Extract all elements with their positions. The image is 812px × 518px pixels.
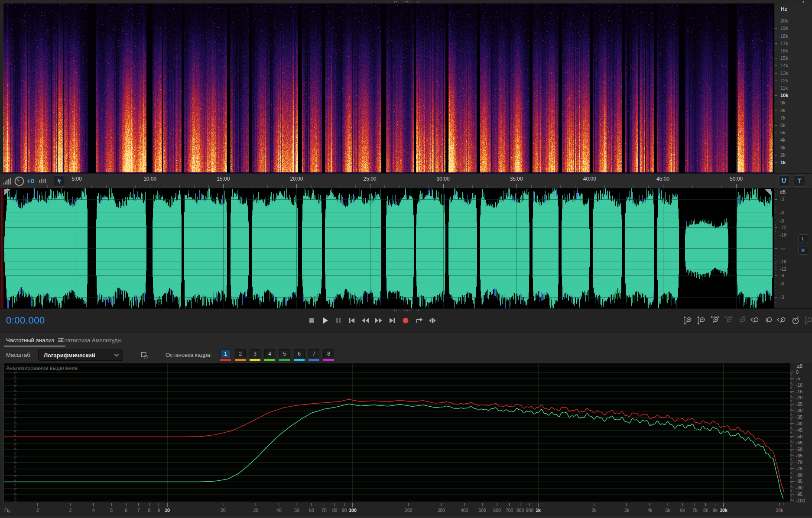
timeline-label: 45:00 — [653, 176, 672, 182]
hold-frame-button-1[interactable]: 1 — [220, 349, 231, 358]
zoom-in-vertical-button[interactable] — [682, 315, 694, 326]
timeline-tick — [238, 185, 238, 188]
db-ruler-label: -65 — [796, 453, 811, 458]
copy-graph-button[interactable] — [140, 350, 150, 360]
freq-axis-label: 4k — [640, 508, 659, 513]
plot-db-ruler[interactable]: дБ 0-5-10-15-20-25-30-35-40-45-50-55-60-… — [790, 363, 812, 503]
timeline-tick — [502, 185, 502, 188]
freq-ruler-label: 6k — [780, 123, 798, 128]
channel-button-l[interactable]: L — [798, 234, 808, 243]
skip-to-selection-button[interactable] — [427, 315, 438, 326]
hold-frame-button-4[interactable]: 4 — [264, 349, 275, 358]
ruler-tick — [775, 229, 776, 230]
record-button[interactable] — [400, 315, 411, 326]
zoom-to-selection-button[interactable] — [776, 315, 788, 326]
rewind-button[interactable] — [360, 315, 371, 326]
play-button[interactable] — [319, 315, 331, 326]
zoom-reset-button[interactable] — [736, 315, 747, 326]
amplitude-ruler-label: -6 — [780, 210, 795, 215]
db-ruler-label: -50 — [796, 434, 811, 439]
tab-frequency-analysis[interactable]: Частотный анализ — [6, 333, 64, 347]
hold-frame-color-swatch — [323, 359, 334, 361]
loop-playback-button[interactable] — [413, 315, 425, 326]
freq-ruler-label: 2k — [780, 152, 798, 158]
freq-ruler-label: 5k — [780, 130, 798, 135]
freq-ruler-label: 19k — [780, 26, 798, 31]
skip-to-end-button[interactable] — [387, 315, 398, 326]
frequency-analysis-plot[interactable]: Анализированое выделение — [3, 363, 790, 503]
hold-frame-button-8[interactable]: 8 — [323, 349, 334, 358]
freq-axis-label: 200 — [399, 508, 418, 513]
zoom-out-vertical-button[interactable] — [696, 315, 707, 326]
hold-frame-color-swatch — [235, 359, 246, 361]
ruler-tick — [775, 192, 776, 192]
scale-dropdown[interactable]: Логарифмический — [38, 350, 123, 361]
zoom-in-horizontal-button[interactable] — [709, 315, 721, 326]
ruler-tick — [775, 133, 777, 133]
ruler-tick — [775, 265, 776, 266]
channel-button-r[interactable]: R — [798, 246, 808, 255]
ruler-tick — [775, 197, 776, 197]
timeline-tick — [384, 185, 385, 188]
drag-handle-icon[interactable] — [393, 310, 419, 312]
drag-handle-icon[interactable] — [393, 0, 419, 3]
waveform-display[interactable] — [3, 188, 774, 308]
timeline-tick — [253, 185, 253, 188]
freq-ruler-label: 8k — [780, 108, 798, 113]
selection-handle-right[interactable] — [765, 189, 771, 195]
amplitude-ruler[interactable]: dB -3-6-9-12-18-∞-18-12-9-6-3LR — [775, 188, 812, 308]
amplitude-ruler-label: -3 — [780, 295, 795, 300]
hold-frame-button-3[interactable]: 3 — [250, 349, 260, 358]
gain-knob[interactable] — [14, 176, 25, 187]
db-ruler-label: -80 — [796, 473, 811, 478]
ruler-tick — [775, 274, 776, 274]
fast-forward-button[interactable] — [373, 315, 384, 326]
db-ruler-label: -85 — [796, 479, 811, 484]
spectrogram-frequency-ruler[interactable]: Hz 20k19k18k17k16k15k14k13k12k11k10k9k8k… — [775, 3, 812, 173]
snap-magnet-button[interactable] — [778, 175, 789, 187]
playhead-time-display[interactable]: 0:00.000 — [6, 315, 45, 326]
timeline-tick — [91, 185, 92, 188]
ruler-tick — [775, 233, 776, 233]
ruler-tick — [775, 252, 776, 252]
pause-button[interactable] — [333, 315, 344, 326]
timeline-tick — [208, 185, 209, 188]
zoom-out-horizontal-button[interactable] — [723, 315, 734, 326]
ruler-tick — [775, 206, 776, 207]
gain-value[interactable]: +0 — [27, 177, 34, 185]
ruler-tick — [775, 36, 777, 36]
freq-axis-label: 40 — [270, 508, 289, 513]
freq-axis-label: 10k — [714, 508, 733, 513]
ruler-tick — [775, 209, 776, 210]
panel-menu-caret-icon[interactable]: ▾ — [799, 0, 808, 3]
selection-handle-left[interactable] — [4, 189, 10, 195]
refresh-display-button[interactable] — [790, 315, 801, 326]
hold-frame-button-7[interactable]: 7 — [309, 349, 319, 358]
timeline-tick — [414, 185, 414, 188]
timeline-tick — [575, 185, 575, 188]
timeline-tick — [721, 185, 722, 188]
hold-frame-button-5[interactable]: 5 — [279, 349, 290, 358]
ruler-tick — [775, 302, 776, 303]
skip-to-start-button[interactable] — [346, 315, 357, 326]
hold-frame-button-2[interactable]: 2 — [235, 349, 246, 358]
zoom-amplitude-button[interactable] — [803, 315, 812, 326]
spectrogram-display[interactable] — [3, 3, 774, 173]
freq-axis-label: 4 — [84, 508, 103, 513]
zoom-to-in-point-button[interactable] — [750, 315, 761, 326]
freq-axis-label: 10 — [158, 508, 177, 513]
zoom-to-out-point-button[interactable] — [763, 315, 774, 326]
hold-frame-color-swatch — [279, 359, 290, 361]
clip-edge-marker — [0, 188, 3, 308]
timeline-tick — [18, 185, 19, 188]
hold-frame-button-6[interactable]: 6 — [294, 349, 305, 358]
marker-tool-button[interactable] — [794, 175, 805, 187]
db-ruler-label: 0 — [796, 369, 811, 375]
tab-amplitude-statistics[interactable]: Статистика Амплитуды — [61, 333, 121, 347]
playhead-pin-button[interactable] — [54, 175, 65, 187]
stop-button[interactable] — [306, 315, 317, 326]
freq-ruler-label: 18k — [780, 33, 798, 39]
plot-frequency-ruler[interactable]: Гц 2345678910203040506070809010020030040… — [0, 503, 812, 516]
freq-axis-label: 30 — [246, 508, 265, 513]
frequency-unit-label: Hz — [781, 6, 787, 12]
